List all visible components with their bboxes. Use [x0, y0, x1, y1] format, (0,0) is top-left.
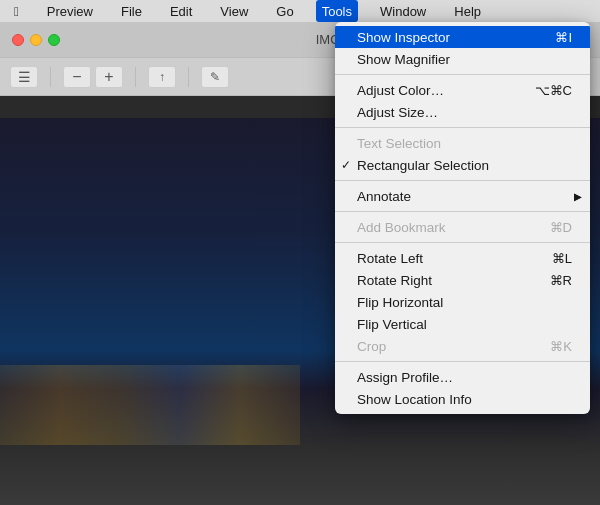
- separator-5: [335, 242, 590, 243]
- sidebar-icon: ☰: [18, 69, 31, 85]
- toolbar-separator-3: [188, 67, 189, 87]
- separator-6: [335, 361, 590, 362]
- menu-rotate-left[interactable]: Rotate Left ⌘L: [335, 247, 590, 269]
- menubar:  Preview File Edit View Go Tools Window…: [0, 0, 600, 22]
- menu-adjust-color[interactable]: Adjust Color… ⌥⌘C: [335, 79, 590, 101]
- menu-tools[interactable]: Tools: [316, 0, 358, 22]
- menu-edit[interactable]: Edit: [164, 0, 198, 22]
- show-inspector-shortcut: ⌘I: [555, 30, 572, 45]
- menu-file[interactable]: File: [115, 0, 148, 22]
- menu-go[interactable]: Go: [270, 0, 299, 22]
- crop-shortcut: ⌘K: [550, 339, 572, 354]
- menu-annotate[interactable]: Annotate ▶: [335, 185, 590, 207]
- zoom-in-button[interactable]: +: [95, 66, 123, 88]
- separator-3: [335, 180, 590, 181]
- menu-show-magnifier[interactable]: Show Magnifier: [335, 48, 590, 70]
- zoom-group: − +: [63, 66, 123, 88]
- annotate-button[interactable]: ✎: [201, 66, 229, 88]
- separator-2: [335, 127, 590, 128]
- rotate-left-shortcut: ⌘L: [552, 251, 572, 266]
- menu-flip-horizontal[interactable]: Flip Horizontal: [335, 291, 590, 313]
- tools-dropdown-menu: Show Inspector ⌘I Show Magnifier Adjust …: [335, 22, 590, 414]
- sidebar-toggle-button[interactable]: ☰: [10, 66, 38, 88]
- sidebar-toggle-group: ☰: [10, 66, 38, 88]
- zoom-out-icon: −: [72, 68, 81, 86]
- zoom-in-icon: +: [104, 68, 113, 86]
- toolbar-separator-1: [50, 67, 51, 87]
- menu-show-inspector[interactable]: Show Inspector ⌘I: [335, 26, 590, 48]
- minimize-button[interactable]: [30, 34, 42, 46]
- menu-text-selection: Text Selection: [335, 132, 590, 154]
- zoom-out-button[interactable]: −: [63, 66, 91, 88]
- rotate-right-shortcut: ⌘R: [550, 273, 572, 288]
- share-icon: ↑: [159, 70, 165, 84]
- apple-menu[interactable]: : [8, 0, 25, 22]
- menu-rotate-right[interactable]: Rotate Right ⌘R: [335, 269, 590, 291]
- maximize-button[interactable]: [48, 34, 60, 46]
- menu-preview[interactable]: Preview: [41, 0, 99, 22]
- menu-flip-vertical[interactable]: Flip Vertical: [335, 313, 590, 335]
- add-bookmark-shortcut: ⌘D: [550, 220, 572, 235]
- submenu-arrow-icon: ▶: [574, 191, 582, 202]
- pencil-icon: ✎: [210, 70, 220, 84]
- menu-assign-profile[interactable]: Assign Profile…: [335, 366, 590, 388]
- close-button[interactable]: [12, 34, 24, 46]
- menu-add-bookmark: Add Bookmark ⌘D: [335, 216, 590, 238]
- apple-logo-icon: : [14, 4, 19, 19]
- menu-window[interactable]: Window: [374, 0, 432, 22]
- toolbar-separator-2: [135, 67, 136, 87]
- separator-4: [335, 211, 590, 212]
- menu-show-location-info[interactable]: Show Location Info: [335, 388, 590, 410]
- city-lights: [0, 365, 300, 445]
- traffic-lights: [12, 34, 60, 46]
- menu-rectangular-selection[interactable]: Rectangular Selection: [335, 154, 590, 176]
- menu-help[interactable]: Help: [448, 0, 487, 22]
- menu-crop: Crop ⌘K: [335, 335, 590, 357]
- separator-1: [335, 74, 590, 75]
- share-button[interactable]: ↑: [148, 66, 176, 88]
- adjust-color-shortcut: ⌥⌘C: [535, 83, 572, 98]
- menu-view[interactable]: View: [214, 0, 254, 22]
- menu-adjust-size[interactable]: Adjust Size…: [335, 101, 590, 123]
